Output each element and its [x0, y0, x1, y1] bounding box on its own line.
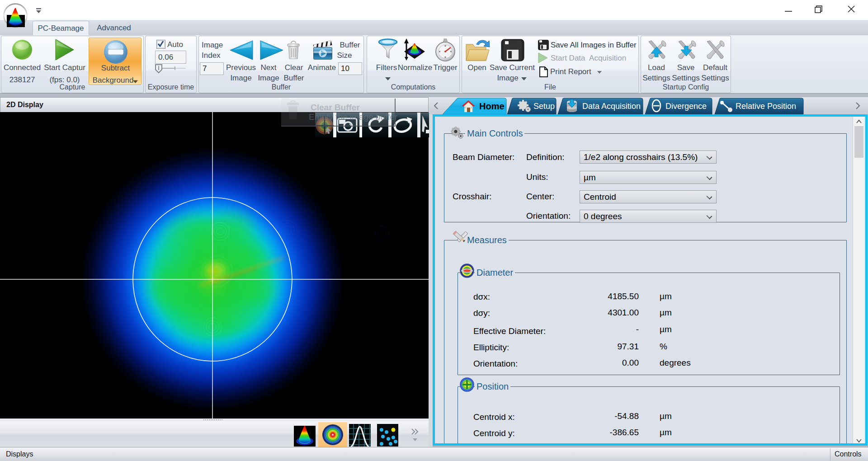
svg-text:Divergence: Divergence — [665, 102, 707, 111]
svg-text:Relative Position: Relative Position — [736, 102, 796, 111]
svg-text:Data Acquisition: Data Acquisition — [582, 102, 641, 111]
svg-text:Home: Home — [479, 101, 505, 111]
svg-text:Setup: Setup — [533, 102, 555, 111]
